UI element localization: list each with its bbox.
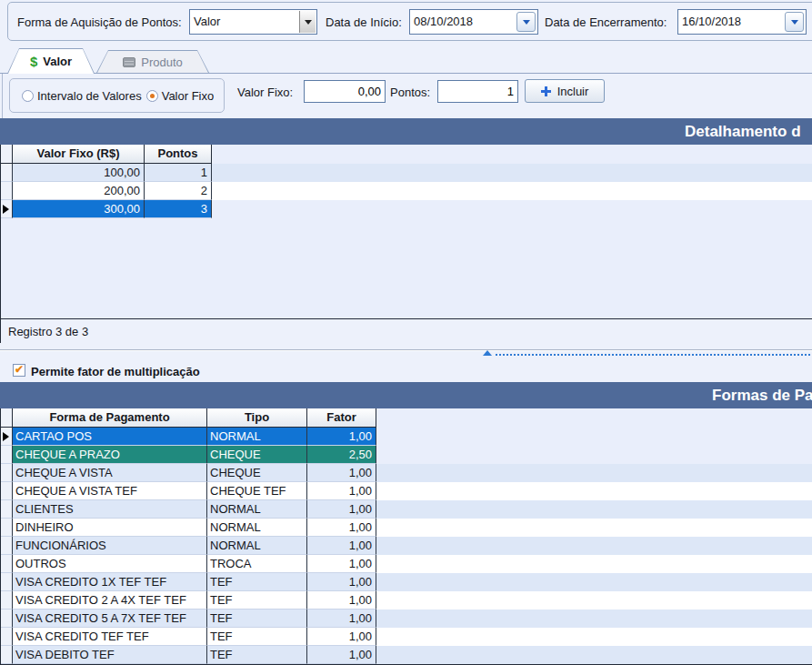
table-cell[interactable]: 1,00 [307,610,376,628]
table-row[interactable]: VISA DEBITO TEFTEF1,00 [1,646,812,664]
column-header[interactable]: Fator [307,408,376,428]
row-indicator-cell[interactable] [1,164,13,182]
incluir-button[interactable]: Incluir [525,79,605,103]
table-row[interactable]: CHEQUE A VISTA TEFCHEQUE TEF1,00 [1,482,812,500]
row-indicator-cell[interactable] [1,646,13,664]
row-indicator-cell[interactable] [1,446,13,464]
row-indicator-cell[interactable] [1,464,13,482]
table-row[interactable]: DINHEIRONORMAL1,00 [1,519,812,537]
row-indicator-cell[interactable] [1,591,13,610]
table-row[interactable]: VISA CREDITO 1X TEF TEFTEF1,00 [1,573,812,591]
column-header[interactable]: Valor Fixo (R$) [13,145,145,164]
table-cell[interactable]: 100,00 [13,164,145,182]
multiplication-checkbox[interactable]: ✔ [13,364,25,377]
splitter-grip-dots[interactable] [496,354,810,356]
table-cell[interactable]: CHEQUE [207,446,307,464]
table-cell[interactable]: TEF [207,610,307,628]
table-row[interactable]: VISA CREDITO 2 A 4X TEF TEFTEF1,00 [1,591,812,610]
row-indicator-cell[interactable] [1,628,13,646]
row-indicator-cell[interactable] [1,537,13,555]
table-cell[interactable]: DINHEIRO [13,519,207,537]
tab-valor[interactable]: $ Valor [7,48,95,74]
table-cell[interactable]: 1,00 [307,482,376,500]
acquisition-select[interactable]: Valor [189,9,317,35]
table-cell[interactable]: 1,00 [307,500,376,519]
table-cell[interactable]: NORMAL [207,428,307,446]
table-cell[interactable]: CHEQUE TEF [207,482,307,500]
table-row[interactable]: VISA CREDITO TEF TEFTEF1,00 [1,628,812,646]
table-cell[interactable]: CHEQUE A VISTA TEF [13,482,207,500]
row-indicator-cell[interactable] [1,482,13,500]
radio-intervalo-de-valores[interactable]: Intervalo de Valores [22,89,142,103]
table-row[interactable]: VISA CREDITO 5 A 7X TEF TEFTEF1,00 [1,610,812,628]
points-input[interactable] [437,80,518,103]
table-cell[interactable]: 1,00 [307,591,376,610]
row-indicator-cell[interactable] [1,555,13,573]
table-cell[interactable]: 2,50 [307,446,376,464]
table-cell[interactable]: NORMAL [207,519,307,537]
table-cell[interactable]: 2 [145,182,212,200]
table-row[interactable]: 200,002 [1,182,812,200]
table-cell[interactable]: TROCA [207,555,307,573]
table-cell[interactable]: CHEQUE [207,464,307,482]
table-cell[interactable]: NORMAL [207,537,307,555]
column-header[interactable]: Pontos [145,145,212,164]
table-row[interactable]: 300,003 [1,200,812,218]
column-header[interactable]: Forma de Pagamento [13,408,207,428]
table-cell[interactable]: 1,00 [307,537,376,555]
row-indicator-cell[interactable] [1,500,13,519]
table-cell[interactable]: TEF [207,628,307,646]
table-cell[interactable]: 1 [145,164,212,182]
tab-produto[interactable]: Produto [96,50,209,73]
row-indicator-cell[interactable] [1,519,13,537]
table-row[interactable]: CHEQUE A VISTACHEQUE1,00 [1,464,812,482]
row-indicator-cell[interactable] [1,573,13,591]
column-header[interactable]: Tipo [207,408,307,428]
table-cell[interactable]: 3 [145,200,212,218]
table-cell[interactable]: CLIENTES [13,500,207,519]
start-date-input[interactable]: 08/10/2018 [409,9,538,35]
table-row[interactable]: FUNCIONÁRIOSNORMAL1,00 [1,537,812,555]
table-cell[interactable]: VISA CREDITO 5 A 7X TEF TEF [13,610,207,628]
row-indicator-cell[interactable] [1,200,13,218]
radio-valor-fixo[interactable]: Valor Fixo [146,89,215,103]
table-cell[interactable]: 200,00 [13,182,145,200]
table-cell[interactable]: VISA CREDITO 1X TEF TEF [13,573,207,591]
table-row[interactable]: CHEQUE A PRAZOCHEQUE2,50 [1,446,812,464]
table-cell[interactable]: CARTAO POS [13,428,207,446]
fixed-value-input[interactable] [304,80,386,103]
table-cell[interactable]: TEF [207,591,307,610]
start-date-dropdown-button[interactable] [516,12,536,32]
table-cell[interactable]: 1,00 [307,428,376,446]
multiplication-checkbox-label[interactable]: Permite fator de multiplicação [31,365,200,378]
table-cell[interactable]: 1,00 [307,519,376,537]
table-cell[interactable]: 1,00 [307,573,376,591]
end-date-input[interactable]: 16/10/2018 [677,9,807,35]
row-indicator-cell[interactable] [1,428,13,446]
table-cell[interactable]: CHEQUE A VISTA [13,464,207,482]
table-cell[interactable]: NORMAL [207,500,307,519]
table-cell[interactable]: CHEQUE A PRAZO [13,446,207,464]
table-row[interactable]: CARTAO POSNORMAL1,00 [1,428,812,446]
table-cell[interactable]: VISA DEBITO TEF [13,646,207,664]
table-cell[interactable]: TEF [207,573,307,591]
table-row[interactable]: 100,001 [1,164,812,182]
table-cell[interactable]: 1,00 [307,464,376,482]
table-cell[interactable]: 1,00 [307,628,376,646]
acquisition-dropdown-button[interactable] [299,11,316,33]
row-indicator-cell[interactable] [1,610,13,628]
splitter-collapse-icon[interactable] [483,350,492,356]
table-row[interactable]: OUTROSTROCA1,00 [1,555,812,573]
table-cell[interactable]: VISA CREDITO TEF TEF [13,628,207,646]
table-cell[interactable]: OUTROS [13,555,207,573]
table-cell[interactable]: VISA CREDITO 2 A 4X TEF TEF [13,591,207,610]
table-cell[interactable]: 1,00 [307,555,376,573]
row-indicator-cell[interactable] [1,182,13,200]
table-cell[interactable]: 1,00 [307,646,376,664]
table-cell[interactable]: TEF [207,646,307,664]
end-date-dropdown-button[interactable] [785,12,804,32]
table-cell[interactable]: 300,00 [13,200,145,218]
splitter-handle[interactable] [0,343,812,361]
table-cell[interactable]: FUNCIONÁRIOS [13,537,207,555]
table-row[interactable]: CLIENTESNORMAL1,00 [1,500,812,519]
